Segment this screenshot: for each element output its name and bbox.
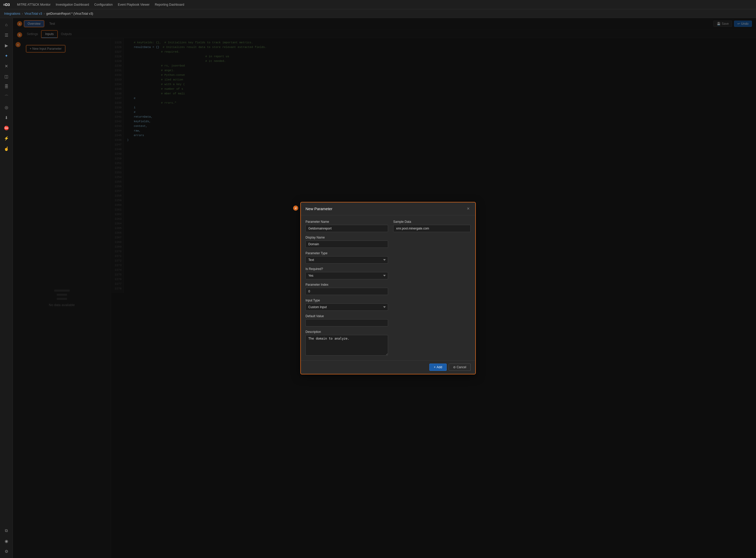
modal-title: New Parameter <box>306 206 332 211</box>
input-type-label: Input Type <box>306 299 388 302</box>
sidebar-icon-radio[interactable]: ◎ <box>2 103 11 112</box>
annotation-d: d <box>293 205 298 211</box>
sidebar-icon-finger[interactable]: ☝ <box>2 144 11 153</box>
new-parameter-modal: New Parameter × Parameter Name Display N… <box>300 202 476 374</box>
param-index-group: Parameter Index <box>306 283 388 295</box>
nav-playbook[interactable]: Event Playbook Viewer <box>118 3 150 6</box>
param-name-group: Parameter Name <box>306 220 388 232</box>
sample-data-label: Sample Data <box>393 220 471 224</box>
input-type-group: Input Type Custom Input Static Dynamic <box>306 299 388 311</box>
modal-close-button[interactable]: × <box>466 206 471 211</box>
nav-investigation[interactable]: Investigation Dashboard <box>56 3 89 6</box>
sidebar-icon-home[interactable]: ⌂ <box>2 20 11 29</box>
breadcrumb-sep-1: › <box>22 12 23 16</box>
breadcrumb-current: getDomainReport * (VirusTotal v3) <box>46 12 93 16</box>
cancel-button[interactable]: ⊘ Cancel <box>449 363 471 371</box>
sidebar-icon-share[interactable]: ⌒ <box>2 92 11 102</box>
modal-left-column: Parameter Name Display Name Parameter Ty… <box>306 220 388 356</box>
sidebar-icon-list[interactable]: ☰ <box>2 30 11 40</box>
sample-data-group: Sample Data <box>393 220 471 232</box>
sidebar-icon-database[interactable]: 🗄 <box>2 82 11 91</box>
cancel-label: Cancel <box>457 365 466 369</box>
display-name-input[interactable] <box>306 240 388 248</box>
sidebar-icon-puzzle[interactable]: ✦ <box>2 51 11 60</box>
display-name-group: Display Name <box>306 236 388 248</box>
sidebar-icon-lightning[interactable]: ⚡ <box>2 133 11 143</box>
modal-footer: + Add ⊘ Cancel <box>301 360 475 374</box>
add-icon: + <box>434 365 436 369</box>
param-name-label: Parameter Name <box>306 220 388 224</box>
content-area: a Overview Test 💾 Save ↩ Undo b Settings… <box>13 18 756 558</box>
default-value-group: Default Value <box>306 314 388 326</box>
sidebar: ⌂ ☰ ▶ ✦ ✕ ◫ 🗄 ⌒ ◎ ⬇ ⛔ ⚡ ☝ ⧉ ◉ ⚙ <box>0 18 13 558</box>
description-label: Description <box>306 330 388 334</box>
sidebar-icon-user[interactable]: ◉ <box>2 536 11 546</box>
top-nav: ≡D3 MITRE ATT&CK Monitor Investigation D… <box>0 0 756 9</box>
sample-data-input[interactable] <box>393 225 471 232</box>
description-group: Description The domain to analyze. <box>306 330 388 356</box>
is-required-group: Is Required? Yes No <box>306 267 388 279</box>
sidebar-icon-copy[interactable]: ⧉ <box>2 526 11 535</box>
add-button[interactable]: + Add <box>429 363 446 371</box>
main-layout: ⌂ ☰ ▶ ✦ ✕ ◫ 🗄 ⌒ ◎ ⬇ ⛔ ⚡ ☝ ⧉ ◉ ⚙ a Overvi… <box>0 18 756 558</box>
default-value-input[interactable] <box>306 319 388 326</box>
param-index-input[interactable] <box>306 288 388 295</box>
param-type-label: Parameter Type <box>306 251 388 255</box>
param-name-input[interactable] <box>306 225 388 232</box>
nav-configuration[interactable]: Configuration <box>94 3 113 6</box>
app-logo: ≡D3 <box>3 3 10 7</box>
cancel-icon: ⊘ <box>453 365 456 369</box>
breadcrumb: Integrations › VirusTotal v3 › getDomain… <box>0 9 756 18</box>
default-value-label: Default Value <box>306 314 388 318</box>
sidebar-icon-play[interactable]: ▶ <box>2 41 11 50</box>
breadcrumb-integrations[interactable]: Integrations <box>4 12 20 16</box>
modal-header: New Parameter × <box>301 202 475 215</box>
add-label: Add <box>437 365 442 369</box>
sidebar-icon-settings[interactable]: ⚙ <box>2 547 11 556</box>
sidebar-icon-wrench[interactable]: ✕ <box>2 61 11 71</box>
modal-overlay[interactable]: d New Parameter × Parameter Name <box>13 18 756 558</box>
modal-body: Parameter Name Display Name Parameter Ty… <box>301 215 475 360</box>
display-name-label: Display Name <box>306 236 388 239</box>
param-type-select[interactable]: Text Number Boolean Date List <box>306 256 388 263</box>
input-type-select[interactable]: Custom Input Static Dynamic <box>306 304 388 311</box>
sidebar-icon-block[interactable]: ⛔ <box>2 123 11 132</box>
breadcrumb-virustotal[interactable]: VirusTotal v3 <box>25 12 42 16</box>
description-textarea[interactable]: The domain to analyze. <box>306 335 388 356</box>
nav-reporting[interactable]: Reporting Dashboard <box>155 3 184 6</box>
is-required-label: Is Required? <box>306 267 388 271</box>
breadcrumb-sep-2: › <box>44 12 45 16</box>
is-required-select[interactable]: Yes No <box>306 272 388 279</box>
param-index-label: Parameter Index <box>306 283 388 286</box>
modal-right-column: Sample Data <box>393 220 471 356</box>
sidebar-icon-download[interactable]: ⬇ <box>2 113 11 122</box>
nav-mitre[interactable]: MITRE ATT&CK Monitor <box>17 3 51 6</box>
param-type-group: Parameter Type Text Number Boolean Date … <box>306 251 388 263</box>
sidebar-icon-calendar[interactable]: ◫ <box>2 72 11 81</box>
